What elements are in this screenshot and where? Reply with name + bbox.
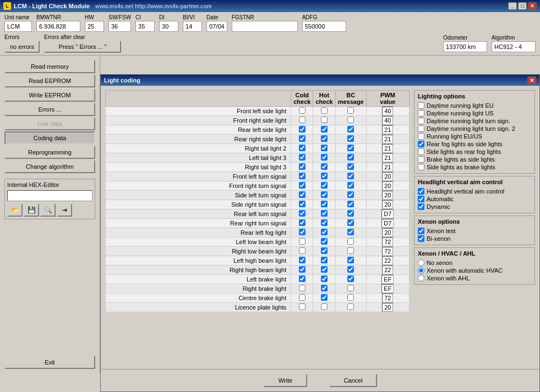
bc-checkbox-cell[interactable] <box>335 172 366 181</box>
bc-checkbox[interactable] <box>347 275 354 282</box>
hot-checkbox-cell[interactable] <box>313 209 335 219</box>
bc-checkbox[interactable] <box>347 257 354 263</box>
cold-checkbox-cell[interactable] <box>291 191 313 200</box>
cold-checkbox[interactable] <box>299 126 306 132</box>
hex-search-button[interactable]: 🔍 <box>40 203 56 217</box>
cold-checkbox[interactable] <box>299 154 306 161</box>
cold-checkbox-cell[interactable] <box>291 125 313 135</box>
bc-checkbox[interactable] <box>347 107 354 114</box>
hot-checkbox-cell[interactable] <box>313 294 335 303</box>
hot-checkbox[interactable] <box>321 126 328 132</box>
hot-checkbox[interactable] <box>321 219 328 226</box>
hot-checkbox[interactable] <box>321 303 328 310</box>
coding-data-button[interactable]: Coding data <box>4 131 95 145</box>
hot-checkbox-cell[interactable] <box>313 125 335 135</box>
hot-checkbox[interactable] <box>321 285 328 291</box>
bc-checkbox-cell[interactable] <box>335 275 366 284</box>
bc-checkbox[interactable] <box>347 154 354 161</box>
hot-checkbox[interactable] <box>321 117 328 123</box>
bc-checkbox-cell[interactable] <box>335 107 366 116</box>
cold-checkbox[interactable] <box>299 238 306 245</box>
press-errors-button[interactable]: Press " Errors ... " <box>44 41 121 53</box>
bc-checkbox[interactable] <box>347 294 354 301</box>
cold-checkbox[interactable] <box>299 210 306 217</box>
cold-checkbox-cell[interactable] <box>291 266 313 275</box>
bc-checkbox[interactable] <box>347 163 354 170</box>
bc-checkbox-cell[interactable] <box>335 181 366 191</box>
bc-checkbox-cell[interactable] <box>335 247 366 256</box>
cold-checkbox-cell[interactable] <box>291 135 313 144</box>
cold-checkbox-cell[interactable] <box>291 284 313 294</box>
cold-checkbox[interactable] <box>299 117 306 123</box>
bc-checkbox-cell[interactable] <box>335 144 366 153</box>
cold-checkbox-cell[interactable] <box>291 153 313 163</box>
hex-goto-button[interactable]: ⇥ <box>57 203 72 217</box>
cold-checkbox[interactable] <box>299 294 306 301</box>
bc-checkbox-cell[interactable] <box>335 125 366 135</box>
cold-checkbox-cell[interactable] <box>291 247 313 256</box>
hot-checkbox-cell[interactable] <box>313 172 335 181</box>
hot-checkbox[interactable] <box>321 191 328 198</box>
cold-checkbox-cell[interactable] <box>291 256 313 266</box>
hot-checkbox-cell[interactable] <box>313 135 335 144</box>
bc-checkbox-cell[interactable] <box>335 116 366 125</box>
close-btn[interactable]: ✕ <box>528 2 537 10</box>
hot-checkbox-cell[interactable] <box>313 228 335 238</box>
dialog-close-button[interactable]: ✕ <box>527 76 536 84</box>
change-algorithm-button[interactable]: Change algorithm <box>4 160 95 173</box>
hot-checkbox-cell[interactable] <box>313 275 335 284</box>
exit-button[interactable]: Exit <box>4 356 95 369</box>
checkbox-input[interactable] <box>418 196 424 202</box>
hot-checkbox-cell[interactable] <box>313 303 335 312</box>
cold-checkbox-cell[interactable] <box>291 181 313 191</box>
cold-checkbox[interactable] <box>299 257 306 263</box>
hot-checkbox[interactable] <box>321 210 328 217</box>
bc-checkbox[interactable] <box>347 219 354 226</box>
bc-checkbox-cell[interactable] <box>335 303 366 312</box>
maximize-btn[interactable]: □ <box>518 2 527 10</box>
bc-checkbox-cell[interactable] <box>335 256 366 266</box>
hot-checkbox[interactable] <box>321 154 328 161</box>
hot-checkbox-cell[interactable] <box>313 116 335 125</box>
checkbox-input[interactable] <box>418 118 424 124</box>
cold-checkbox-cell[interactable] <box>291 209 313 219</box>
bc-checkbox[interactable] <box>347 191 354 198</box>
checkbox-input[interactable] <box>418 125 424 132</box>
bc-checkbox[interactable] <box>347 117 354 123</box>
cold-checkbox-cell[interactable] <box>291 163 313 172</box>
bc-checkbox[interactable] <box>347 238 354 245</box>
hot-checkbox-cell[interactable] <box>313 181 335 191</box>
bc-checkbox[interactable] <box>347 266 354 273</box>
hot-checkbox-cell[interactable] <box>313 266 335 275</box>
radio-input[interactable] <box>418 275 424 281</box>
bc-checkbox-cell[interactable] <box>335 294 366 303</box>
hot-checkbox[interactable] <box>321 229 328 235</box>
cold-checkbox[interactable] <box>299 145 306 151</box>
checkbox-input[interactable] <box>418 188 424 195</box>
hot-checkbox[interactable] <box>321 266 328 273</box>
write-eeprom-button[interactable]: Write EEPROM <box>4 89 95 102</box>
radio-input[interactable] <box>418 260 424 266</box>
bc-checkbox[interactable] <box>347 173 354 179</box>
bc-checkbox-cell[interactable] <box>335 191 366 200</box>
hot-checkbox[interactable] <box>321 238 328 245</box>
hot-checkbox-cell[interactable] <box>313 163 335 172</box>
checkbox-input[interactable] <box>418 110 424 117</box>
cancel-button[interactable]: Cancel <box>329 374 377 387</box>
bc-checkbox-cell[interactable] <box>335 284 366 294</box>
hot-checkbox[interactable] <box>321 107 328 114</box>
hot-checkbox-cell[interactable] <box>313 247 335 256</box>
cold-checkbox-cell[interactable] <box>291 228 313 238</box>
hot-checkbox[interactable] <box>321 135 328 142</box>
hot-checkbox-cell[interactable] <box>313 191 335 200</box>
cold-checkbox-cell[interactable] <box>291 144 313 153</box>
hot-checkbox[interactable] <box>321 173 328 179</box>
hex-input[interactable] <box>7 190 92 201</box>
cold-checkbox[interactable] <box>299 275 306 282</box>
hex-save-button[interactable]: 💾 <box>24 203 39 217</box>
checkbox-input[interactable] <box>418 203 424 210</box>
bc-checkbox-cell[interactable] <box>335 200 366 209</box>
hot-checkbox[interactable] <box>321 145 328 151</box>
checkbox-input[interactable] <box>418 148 424 155</box>
minimize-btn[interactable]: _ <box>508 2 517 10</box>
